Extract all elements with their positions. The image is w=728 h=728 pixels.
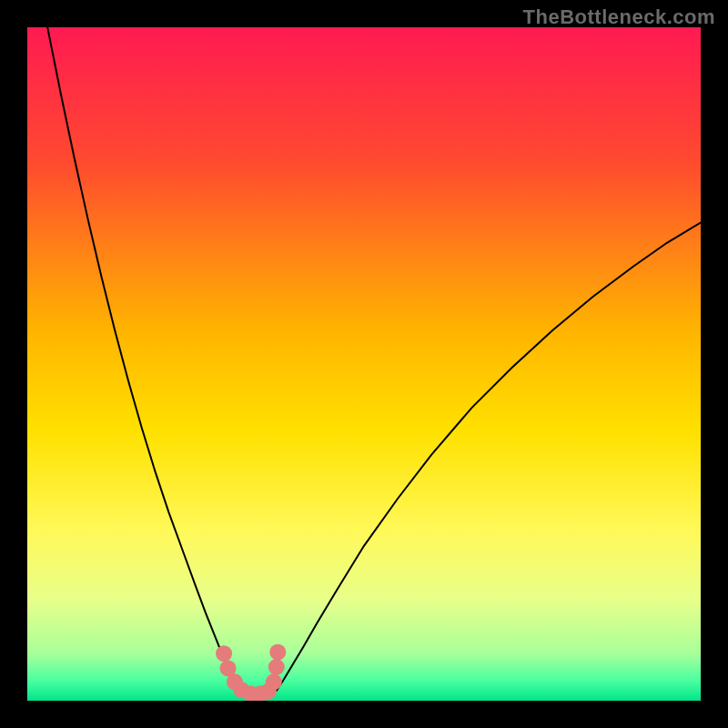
- chart-svg: [27, 27, 701, 701]
- dot-highlight-dots: [266, 673, 282, 690]
- dot-highlight-dots: [268, 659, 285, 675]
- watermark-text: TheBottleneck.com: [523, 5, 715, 29]
- gradient-background: [27, 27, 701, 701]
- plot-area: [27, 27, 701, 701]
- dot-highlight-dots: [269, 644, 286, 661]
- chart-container: TheBottleneck.com: [0, 0, 728, 728]
- dot-highlight-dots: [216, 645, 232, 662]
